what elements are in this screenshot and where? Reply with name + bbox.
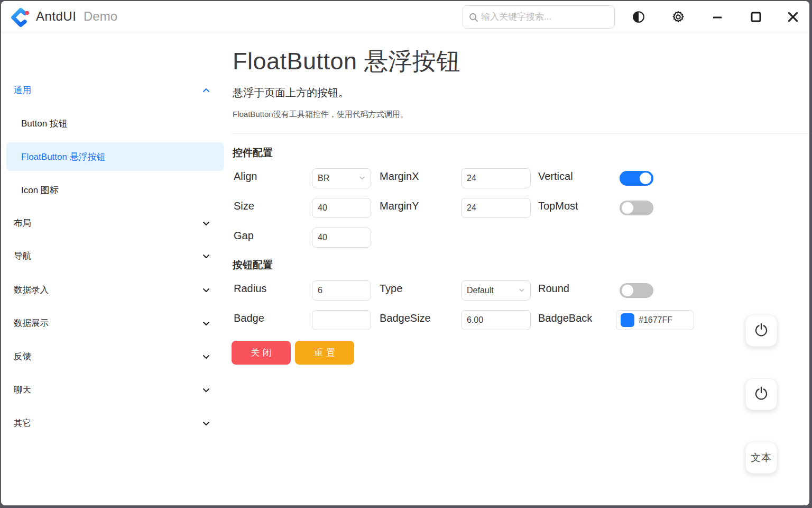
- chevron-down-icon: [202, 219, 210, 228]
- chevron-down-icon: [202, 319, 210, 328]
- form-row: Badge BadgeSize BadgeBack #1677FF: [232, 310, 809, 330]
- radius-input[interactable]: [312, 280, 371, 301]
- titlebar: AntdUI Demo: [1, 1, 809, 33]
- float-button-text-label: 文本: [751, 451, 772, 465]
- sidebar-group-feedback[interactable]: 反馈: [6, 342, 224, 371]
- type-label: Type: [380, 283, 402, 295]
- minimize-button[interactable]: [708, 8, 727, 27]
- sidebar-group-chat[interactable]: 聊天: [6, 376, 224, 404]
- gap-input[interactable]: [312, 228, 371, 248]
- marginy-label: MarginY: [380, 200, 419, 212]
- main-content: FloatButton 悬浮按钮 悬浮于页面上方的按钮。 FloatButton…: [232, 34, 809, 505]
- theme-toggle-button[interactable]: [629, 8, 648, 27]
- badgeback-color-input[interactable]: #1677FF: [616, 310, 694, 330]
- page-title: FloatButton 悬浮按钮: [233, 46, 460, 77]
- sidebar-item-label: Icon 图标: [21, 184, 59, 196]
- chevron-down-icon: [202, 386, 210, 394]
- form-row: Size MarginY TopMost: [232, 198, 809, 218]
- marginx-label: MarginX: [380, 170, 419, 183]
- sidebar-group-label: 其它: [14, 418, 31, 429]
- section-heading-control-config: 控件配置: [233, 146, 273, 160]
- content-divider: [232, 133, 809, 134]
- badgesize-input[interactable]: [461, 310, 531, 330]
- chevron-up-icon: [202, 86, 210, 95]
- app-logo-icon: [11, 7, 31, 28]
- chevron-down-icon: [519, 286, 525, 295]
- search-input[interactable]: [481, 6, 610, 28]
- chevron-down-icon: [202, 352, 210, 361]
- toggle-knob: [640, 173, 651, 184]
- vertical-label: Vertical: [538, 170, 573, 183]
- align-select[interactable]: BR: [312, 168, 371, 188]
- sidebar-group-label: 导航: [14, 250, 31, 262]
- app-window: AntdUI Demo: [1, 1, 809, 505]
- settings-button[interactable]: [669, 8, 688, 27]
- close-button[interactable]: [783, 8, 802, 27]
- marginx-input[interactable]: [461, 168, 531, 188]
- sidebar-item-label: Button 按钮: [21, 117, 68, 130]
- toggle-knob: [622, 285, 633, 296]
- half-circle-theme-icon: [632, 10, 645, 25]
- float-button-power-2[interactable]: [745, 378, 777, 410]
- close-icon: [786, 10, 800, 25]
- form-row: Gap: [232, 228, 809, 248]
- topmost-toggle[interactable]: [620, 201, 653, 215]
- maximize-button[interactable]: [746, 8, 765, 27]
- vertical-toggle[interactable]: [620, 171, 653, 186]
- topmost-label: TopMost: [538, 200, 578, 212]
- section-heading-button-config: 按钮配置: [233, 258, 273, 272]
- page-subtitle: 悬浮于页面上方的按钮。: [233, 86, 349, 100]
- chevron-down-icon: [359, 174, 365, 183]
- sidebar-item-button[interactable]: Button 按钮: [6, 109, 224, 138]
- page-description: FloatButton没有工具箱控件，使用代码方式调用。: [233, 110, 408, 120]
- app-title: AntdUI: [36, 9, 76, 24]
- chevron-down-icon: [202, 286, 210, 294]
- app-subtitle: Demo: [84, 9, 117, 24]
- badgesize-label: BadgeSize: [380, 312, 431, 324]
- round-toggle[interactable]: [620, 283, 653, 298]
- sidebar-group-layout[interactable]: 布局: [6, 209, 224, 238]
- minimize-icon: [711, 11, 724, 25]
- radius-label: Radius: [234, 283, 266, 295]
- sidebar: 通用 Button 按钮 FloatButton 悬浮按钮 Icon 图标 布局…: [1, 34, 227, 505]
- sidebar-group-other[interactable]: 其它: [6, 409, 224, 438]
- sidebar-group-label: 布局: [14, 217, 31, 229]
- size-input[interactable]: [312, 198, 371, 218]
- round-label: Round: [538, 283, 569, 295]
- form-row: Align BR MarginX Vertical: [232, 168, 809, 188]
- float-button-power-1[interactable]: [745, 315, 777, 347]
- maximize-icon: [750, 11, 762, 25]
- search-icon: [468, 12, 479, 23]
- sidebar-group-data-entry[interactable]: 数据录入: [6, 276, 224, 304]
- sidebar-group-navigation[interactable]: 导航: [6, 242, 224, 270]
- sidebar-item-floatbutton[interactable]: FloatButton 悬浮按钮: [6, 142, 224, 171]
- gap-label: Gap: [234, 230, 254, 242]
- type-select[interactable]: Default: [461, 280, 531, 301]
- badgeback-value: #1677FF: [639, 315, 672, 325]
- sidebar-group-data-display[interactable]: 数据展示: [6, 309, 224, 338]
- align-select-value: BR: [318, 174, 329, 183]
- form-row: Radius Type Default Round: [232, 280, 809, 301]
- power-icon: [753, 385, 769, 403]
- sidebar-group-label: 通用: [14, 85, 31, 96]
- align-label: Align: [234, 170, 257, 183]
- sidebar-group-label: 数据展示: [14, 318, 49, 329]
- sidebar-group-general[interactable]: 通用: [6, 76, 224, 105]
- sidebar-group-label: 聊天: [14, 384, 31, 396]
- size-label: Size: [234, 200, 254, 212]
- search-box[interactable]: [463, 5, 615, 29]
- toggle-knob: [622, 202, 633, 214]
- power-icon: [753, 322, 769, 340]
- marginy-input[interactable]: [461, 198, 531, 218]
- reset-button[interactable]: 重置: [295, 341, 354, 365]
- badgeback-label: BadgeBack: [538, 312, 592, 324]
- float-button-text[interactable]: 文本: [745, 442, 777, 474]
- color-swatch[interactable]: [621, 313, 634, 327]
- chevron-down-icon: [202, 419, 210, 428]
- close-demo-button[interactable]: 关闭: [232, 341, 291, 365]
- sidebar-item-icon[interactable]: Icon 图标: [6, 176, 224, 204]
- badge-input[interactable]: [312, 310, 371, 330]
- sidebar-group-label: 数据录入: [14, 284, 49, 296]
- chevron-down-icon: [202, 252, 210, 260]
- sidebar-item-label: FloatButton 悬浮按钮: [21, 151, 106, 163]
